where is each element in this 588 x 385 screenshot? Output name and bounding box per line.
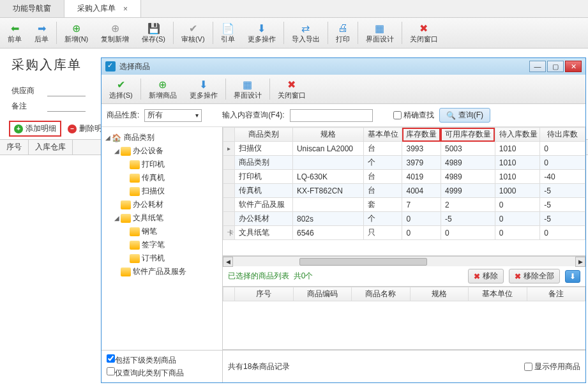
product-grid[interactable]: 商品类别 规格 基本单位 库存数量 可用库存数量 待入库数量 待出库数 ▸扫描仪… — [223, 127, 585, 256]
folder-icon — [121, 214, 131, 223]
dialog-toolbar: ✔选择(S) ⊕新增商品 ⬇更多操作 ▦界面设计 ✖关闭窗口 — [102, 75, 585, 104]
supplier-label: 供应商 — [11, 86, 47, 96]
tree-leaf[interactable]: 传真机 — [104, 171, 220, 185]
folder-icon — [130, 174, 140, 183]
tree-node[interactable]: 办公耗材 — [104, 198, 220, 211]
table-row[interactable]: 办公耗材802s个0-50-5 — [223, 212, 585, 226]
plus-icon: + — [14, 125, 23, 133]
selected-bar: 已选择的商品列表 共0个 ✖移除 ✖移除全部 ⬇ — [223, 266, 585, 286]
close-window-button[interactable]: ✖关闭窗口 — [403, 19, 444, 47]
sel-col-unit[interactable]: 基本单位 — [469, 287, 527, 301]
save-button[interactable]: 💾保存(S) — [135, 19, 172, 47]
folder-icon — [130, 254, 140, 263]
add-product-button[interactable]: ⊕新增商品 — [142, 76, 183, 102]
folder-icon — [130, 160, 140, 169]
col-pending-out[interactable]: 待出库数 — [540, 128, 585, 142]
print-button[interactable]: 🖨打印 — [329, 19, 356, 47]
tree-leaf[interactable]: 签字笔 — [104, 238, 220, 252]
filter-bar: 商品性质: 所有 输入内容查询(F4): 精确查找 🔍查询(F) — [102, 104, 585, 127]
main-toolbar: ⬅前单 ➡后单 ⊕新增(N) ⊕复制新增 💾保存(S) ✔审核(V) 📄引单 ⬇… — [0, 18, 588, 49]
delete-detail-button[interactable]: –删除明 — [64, 121, 106, 137]
table-row[interactable]: 传真机KX-FT862CN台400449991000-5 — [223, 184, 585, 198]
table-row[interactable]: ▸扫描仪Uniscan LA2000台3993500310100 — [223, 142, 585, 156]
tree-leaf[interactable]: 扫描仪 — [104, 185, 220, 198]
scroll-left-icon[interactable]: ◀ — [223, 257, 233, 267]
query-button[interactable]: 🔍查询(F) — [439, 108, 490, 123]
minus-icon: – — [68, 125, 77, 133]
sel-col-remark[interactable]: 备注 — [527, 287, 585, 301]
nature-select[interactable]: 所有 — [144, 109, 202, 122]
remove-button[interactable]: ✖移除 — [468, 269, 504, 283]
tab-purchase[interactable]: 采购入库单 × — [64, 0, 141, 17]
col-warehouse: 入库仓库 — [29, 140, 73, 155]
col-spec[interactable]: 规格 — [292, 128, 363, 142]
more-button[interactable]: ⬇更多操作 — [241, 19, 282, 47]
exact-checkbox[interactable]: 精确查找 — [393, 110, 434, 121]
prev-button[interactable]: ⬅前单 — [1, 19, 28, 47]
remark-input[interactable] — [47, 100, 86, 112]
scroll-right-icon[interactable]: ▶ — [575, 257, 585, 267]
col-stock[interactable]: 库存数量 — [402, 128, 441, 142]
remove-icon: ✖ — [515, 272, 521, 281]
dialog-more-button[interactable]: ⬇更多操作 — [183, 76, 224, 102]
query-input-label: 输入内容查询(F4): — [222, 110, 284, 121]
ref-button[interactable]: 📄引单 — [215, 19, 241, 47]
col-seq: 序号 — [0, 140, 29, 155]
sel-col-name[interactable]: 商品名称 — [352, 287, 411, 301]
tree-node[interactable]: ◢办公设备 — [104, 144, 220, 158]
add-detail-button[interactable]: +添加明细 — [9, 121, 61, 137]
import-export-button[interactable]: ⇄导入导出 — [285, 19, 326, 47]
query-input[interactable] — [290, 109, 373, 122]
dialog-design-button[interactable]: ▦界面设计 — [227, 76, 268, 102]
close-icon[interactable]: × — [123, 4, 128, 13]
home-icon: 🏠 — [112, 133, 122, 142]
copy-add-button[interactable]: ⊕复制新增 — [94, 19, 135, 47]
dialog-footer: 包括下级类别商品 仅查询此类别下商品 共有18条商品记录 显示停用商品 — [102, 350, 585, 382]
col-pending-in[interactable]: 待入库数量 — [495, 128, 540, 142]
folder-icon — [121, 147, 131, 156]
dialog-close-button[interactable]: ✖关闭窗口 — [271, 76, 312, 102]
horizontal-scrollbar[interactable]: ◀ ▶ — [223, 256, 585, 266]
sel-col-seq[interactable]: 序号 — [235, 287, 294, 301]
show-stopped-checkbox[interactable]: 显示停用商品 — [524, 361, 580, 372]
maximize-button[interactable]: ▢ — [547, 61, 564, 72]
sel-col-spec[interactable]: 规格 — [410, 287, 469, 301]
search-icon: 🔍 — [446, 111, 456, 120]
tree-root[interactable]: ◢🏠商品类别 — [104, 131, 220, 144]
select-button[interactable]: ✔选择(S) — [103, 76, 139, 102]
tree-leaf[interactable]: 打印机 — [104, 158, 220, 171]
tree-leaf[interactable]: 钢笔 — [104, 225, 220, 238]
tree-node[interactable]: 软件产品及服务 — [104, 265, 220, 278]
tree-leaf[interactable]: 订书机 — [104, 252, 220, 265]
table-row[interactable]: 软件产品及服套720-5 — [223, 198, 585, 212]
col-unit[interactable]: 基本单位 — [363, 128, 402, 142]
folder-icon — [130, 187, 140, 196]
table-row[interactable]: 商品类别个3979498910100 — [223, 156, 585, 170]
tree-node[interactable]: ◢文具纸笔 — [104, 211, 220, 225]
col-category[interactable]: 商品类别 — [235, 128, 293, 142]
only-this-checkbox[interactable]: 仅查询此类别下商品 — [107, 367, 217, 379]
include-children-checkbox[interactable]: 包括下级类别商品 — [107, 354, 217, 366]
sel-col-code[interactable]: 商品编码 — [293, 287, 352, 301]
tab-nav[interactable]: 功能导航窗 — [0, 0, 64, 17]
selected-grid[interactable]: 序号 商品编码 商品名称 规格 基本单位 备注 — [223, 286, 585, 350]
dialog-title: 选择商品 — [119, 61, 150, 72]
remove-all-button[interactable]: ✖移除全部 — [509, 269, 560, 283]
dialog-body: ◢🏠商品类别 ◢办公设备 打印机 传真机 扫描仪 办公耗材 ◢文具纸笔 钢笔 签… — [102, 127, 585, 350]
main-window: 功能导航窗 采购入库单 × ⬅前单 ➡后单 ⊕新增(N) ⊕复制新增 💾保存(S… — [0, 0, 588, 385]
scroll-thumb[interactable] — [299, 258, 427, 266]
dialog-titlebar[interactable]: 选择商品 — ▢ ✕ — [102, 58, 585, 75]
expand-button[interactable]: ⬇ — [565, 270, 580, 283]
supplier-input[interactable] — [47, 85, 86, 96]
audit-button[interactable]: ✔审核(V) — [175, 19, 211, 47]
next-button[interactable]: ➡后单 — [28, 19, 55, 47]
table-row[interactable]: 卡文具纸笔6546只0000 — [223, 226, 585, 240]
design-button[interactable]: ▦界面设计 — [359, 19, 400, 47]
col-avail[interactable]: 可用库存数量 — [441, 128, 495, 142]
category-tree: ◢🏠商品类别 ◢办公设备 打印机 传真机 扫描仪 办公耗材 ◢文具纸笔 钢笔 签… — [102, 127, 223, 350]
close-button[interactable]: ✕ — [565, 61, 582, 72]
add-button[interactable]: ⊕新增(N) — [58, 19, 94, 47]
folder-icon — [130, 227, 140, 236]
minimize-button[interactable]: — — [529, 61, 546, 72]
table-row[interactable]: 打印机LQ-630K台401949891010-40 — [223, 170, 585, 184]
